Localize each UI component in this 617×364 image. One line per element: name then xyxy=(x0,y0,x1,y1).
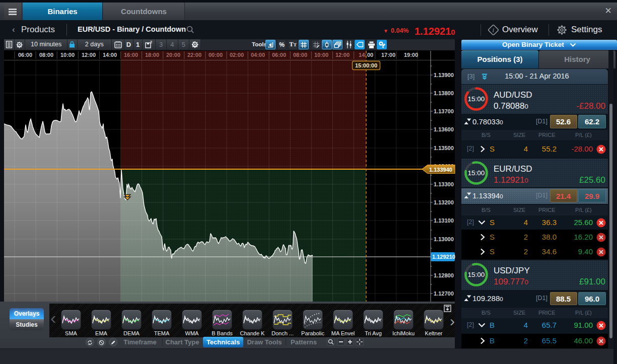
svg-text:1.133940: 1.133940 xyxy=(429,167,452,173)
svg-text:19:00: 19:00 xyxy=(404,52,418,58)
svg-text:00: 00 xyxy=(367,52,373,58)
svg-text:1.13200: 1.13200 xyxy=(434,199,454,205)
svg-text:06:00: 06:00 xyxy=(18,52,32,58)
svg-text:17:00: 17:00 xyxy=(381,52,395,58)
svg-text:04:00: 04:00 xyxy=(251,52,265,58)
svg-text:08:00: 08:00 xyxy=(39,52,53,58)
svg-text:15:00:00: 15:00:00 xyxy=(355,62,377,68)
svg-text:10:00: 10:00 xyxy=(60,52,75,58)
svg-text:1.129210: 1.129210 xyxy=(432,254,455,260)
svg-text:08:00: 08:00 xyxy=(293,52,307,58)
svg-text:1.13500: 1.13500 xyxy=(434,145,454,151)
svg-text:1.13100: 1.13100 xyxy=(434,217,454,224)
svg-text:1.13700: 1.13700 xyxy=(434,108,454,114)
svg-text:06:00: 06:00 xyxy=(272,52,286,58)
svg-text:20:00: 20:00 xyxy=(166,52,180,58)
svg-text:16:00: 16:00 xyxy=(124,52,138,58)
svg-text:10:00: 10:00 xyxy=(314,52,328,58)
svg-text:12:00: 12:00 xyxy=(335,52,350,58)
svg-text:1.13900: 1.13900 xyxy=(434,72,454,78)
svg-text:14:: 14: xyxy=(359,52,367,58)
svg-text:12:00: 12:00 xyxy=(82,52,96,58)
svg-text:1.13600: 1.13600 xyxy=(434,126,454,132)
svg-text:14:00: 14:00 xyxy=(103,52,117,58)
svg-text:2: 2 xyxy=(150,40,153,44)
svg-text:1.12700: 1.12700 xyxy=(434,290,454,297)
svg-text:i: i xyxy=(493,27,494,34)
svg-text:00:00: 00:00 xyxy=(209,52,223,58)
svg-text:1.12800: 1.12800 xyxy=(434,272,454,278)
svg-text:18:00: 18:00 xyxy=(145,52,159,58)
svg-text:1.13800: 1.13800 xyxy=(434,90,454,96)
svg-text:22:00: 22:00 xyxy=(187,52,201,58)
svg-text:1.13000: 1.13000 xyxy=(434,236,454,242)
svg-text:02:00: 02:00 xyxy=(230,52,244,58)
svg-text:1.13300: 1.13300 xyxy=(434,181,454,187)
